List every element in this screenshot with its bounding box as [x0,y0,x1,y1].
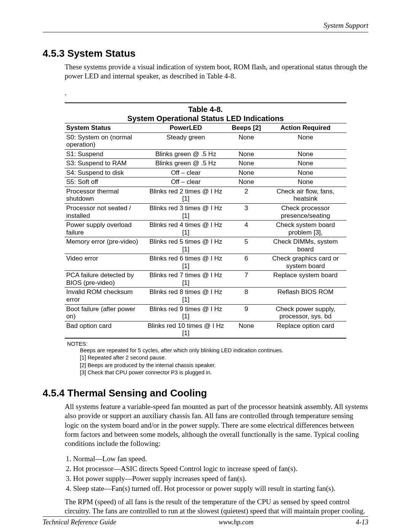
table-cell: Boot failure (after power on) [65,304,143,321]
table-cell: S1: Suspend [65,149,143,159]
list-item: Hot power supply—Power supply increases … [73,474,368,483]
note-line: Beeps are repeated for 5 cycles, after w… [80,347,368,355]
table-cell: Reflash BIOS ROM [264,288,346,304]
table-row: Processor thermal shutdownBlinks red 2 t… [65,187,346,203]
th-power-led: PowerLED [143,123,228,133]
table-cell: Steady green [143,133,228,149]
period-marker: . [65,89,368,97]
table-cell: None [228,149,264,159]
table-cell: None [228,177,264,187]
table-cell: 6 [228,254,264,271]
table-cell: Blinks red 2 times @ I Hz [1] [143,187,228,203]
table-caption-line1: Table 4-8. [65,105,346,114]
table-row: Processor not seated / installedBlinks r… [65,204,346,220]
table-cell: Processor not seated / installed [65,204,143,220]
note-line: [3] Check that CPU power connector P3 is… [80,369,368,377]
table-cell: Power supply overload failure [65,220,143,237]
table-cell: None [228,133,264,149]
table-cell: Replace option card [264,321,346,338]
table-cell: 2 [228,187,264,203]
table-cell: None [228,168,264,177]
table-row: Video errorBlinks red 6 times @ I Hz [1]… [65,254,346,271]
cooling-conditions-list: Normal—Low fan speed.Hot processor—ASIC … [65,455,368,493]
header-section-label: System Support [43,21,368,30]
table-4-8: Table 4-8. System Operational Status LED… [65,102,346,339]
section-heading-4-5-4: 4.5.4 Thermal Sensing and Cooling [43,387,368,399]
footer-center: www.hp.com [218,518,253,526]
section-2-paragraph-2: The RPM (speed) of all fans is the resul… [65,497,368,516]
table-notes: NOTES: Beeps are repeated for 5 cycles, … [65,341,368,377]
table-cell: None [264,177,346,187]
list-item: Normal—Low fan speed. [73,455,368,463]
table-row: Power supply overload failureBlinks red … [65,220,346,237]
table-cell: Blinks red 5 times @ I Hz [1] [143,237,228,254]
th-action-required: Action Required [264,123,346,133]
table-row: S4: Suspend to diskOff – clearNoneNone [65,168,346,177]
section-1-paragraph: These systems provide a visual indicatio… [65,62,368,81]
table-cell: PCA failure detected by BIOS (pre-video) [65,271,143,288]
table-cell: None [264,168,346,177]
table-cell: Blinks red 6 times @ I Hz [1] [143,254,228,271]
table-cell: Check system board problem [3], [264,220,346,237]
table-cell: 8 [228,288,264,304]
header-rule [43,32,368,32]
table-cell: Blinks green @ .5 Hz [143,149,228,159]
note-line: [2] Beeps are produced by the internal c… [80,362,368,369]
table-cell: Blinks red 4 times @ I Hz [1] [143,220,228,237]
table-cell: 9 [228,304,264,321]
table-cell: 5 [228,237,264,254]
table-cell: None [264,149,346,159]
table-cell: Check power supply, processor, sys. bd [264,304,346,321]
table-cell: Check processor presence/seating [264,204,346,220]
footer-right: 4-13 [356,518,368,526]
table-cell: None [264,133,346,149]
table-row: S5: Soft offOff – clearNoneNone [65,177,346,187]
table-row: Memory error (pre-video)Blinks red 5 tim… [65,237,346,254]
table-cell: 4 [228,220,264,237]
table-cell: Video error [65,254,143,271]
table-row: S3: Suspend to RAMBlinks green @ .5 HzNo… [65,159,346,168]
table-cell: Check graphics card or system board [264,254,346,271]
table-cell: Blinks green @ .5 Hz [143,159,228,168]
table-cell: Blinks red 7 times @ I Hz [1] [143,271,228,288]
table-cell: S5: Soft off [65,177,143,187]
table-cell: Blinks red 8 times @ I Hz [1] [143,288,228,304]
table-cell: Blinks red 3 times @ I Hz [1] [143,204,228,220]
footer-left: Technical Reference Guide [43,518,116,526]
table-cell: None [264,159,346,168]
table-cell: 3 [228,204,264,220]
table-cell: Bad option card [65,321,143,338]
list-item: Sleep state—Fan(s) turned off. Hot proce… [73,484,368,493]
note-line: [1] Repeated after 2 second pause. [80,354,368,362]
table-row: Invalid ROM checksum errorBlinks red 8 t… [65,288,346,304]
list-item: Hot processor—ASIC directs Speed Control… [73,465,368,473]
table-row: Bad option cardBlinks red 10 times @ I H… [65,321,346,338]
table-caption-line2: System Operational Status LED Indication… [65,114,346,123]
table-cell: Check DIMMs, system board [264,237,346,254]
table-cell: Replace system board [264,271,346,288]
section-heading-4-5-3: 4.5.3 System Status [43,48,368,59]
section-2-paragraph-1: All systems feature a variable-speed fan… [65,402,368,449]
table-cell: Check air flow, fans, heatsink [264,187,346,203]
table-cell: S3: Suspend to RAM [65,159,143,168]
table-cell: Off – clear [143,177,228,187]
table-row: Boot failure (after power on)Blinks red … [65,304,346,321]
table-cell: Off – clear [143,168,228,177]
notes-label: NOTES: [67,341,368,347]
table-cell: S4: Suspend to disk [65,168,143,177]
table-cell: S0: System on (normal operation) [65,133,143,149]
table-cell: Blinks red 10 times @ I Hz [1] [143,321,228,338]
table-cell: Invalid ROM checksum error [65,288,143,304]
table-cell: None [228,321,264,338]
table-row: S0: System on (normal operation)Steady g… [65,133,346,149]
table-cell: Blinks red 9 times @ I Hz [1] [143,304,228,321]
table-row: PCA failure detected by BIOS (pre-video)… [65,271,346,288]
table-cell: None [228,159,264,168]
th-system-status: System Status [65,123,143,133]
table-cell: Processor thermal shutdown [65,187,143,203]
table-row: S1: SuspendBlinks green @ .5 HzNoneNone [65,149,346,159]
th-beeps: Beeps [2] [228,123,264,133]
table-cell: Memory error (pre-video) [65,237,143,254]
table-cell: 7 [228,271,264,288]
page-footer: Technical Reference Guide www.hp.com 4-1… [43,516,368,526]
